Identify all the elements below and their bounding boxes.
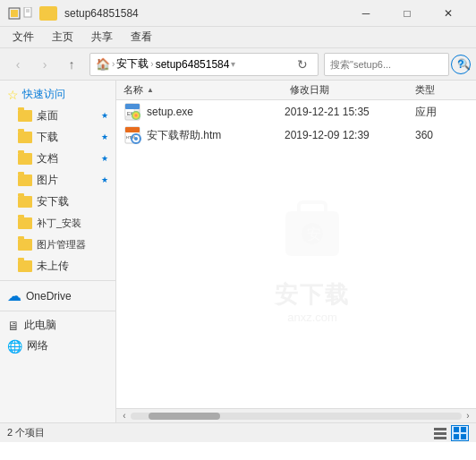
file-name-setup-exe: setup.exe — [147, 106, 279, 118]
watermark-text: 安下载 — [272, 279, 353, 311]
sidebar-item-patch[interactable]: 补丁_安装 — [0, 212, 115, 234]
pin-indicator-documents: ★ — [101, 154, 108, 163]
breadcrumb-item-parent[interactable]: 安下载 — [116, 56, 149, 72]
title-bar: setup64851584 ─ □ ✕ — [0, 0, 476, 27]
file-date-setup-exe: 2019-12-21 15:35 — [285, 106, 410, 118]
sidebar-downloads-label: 下载 — [37, 130, 58, 145]
close-button[interactable]: ✕ — [428, 0, 469, 27]
forward-button[interactable]: › — [32, 52, 57, 77]
breadcrumb-home-icon: 🏠 — [96, 57, 110, 71]
column-name[interactable]: 名称 ▲ — [123, 83, 290, 97]
view-controls — [431, 425, 469, 441]
svg-rect-22 — [454, 427, 459, 432]
file-item-setup-exe[interactable]: EXE setup.exe 2019-12-21 15:35 — [116, 100, 476, 124]
sidebar-item-pictures[interactable]: 图片 ★ — [0, 169, 115, 191]
svg-rect-15 — [125, 127, 140, 132]
menu-view[interactable]: 查看 — [122, 28, 161, 47]
svg-rect-11 — [125, 104, 140, 109]
svg-rect-21 — [434, 437, 446, 439]
menu-file[interactable]: 文件 — [4, 28, 43, 47]
scroll-thumb[interactable] — [149, 413, 220, 420]
network-icon: 🌐 — [7, 339, 22, 354]
main-area: ☆ 快速访问 桌面 ★ 下载 ★ 文档 ★ 图片 ★ 安下载 — [0, 81, 476, 422]
content-area: 名称 ▲ 修改日期 类型 安 — [116, 81, 476, 422]
column-type[interactable]: 类型 — [415, 83, 469, 97]
view-list-button[interactable] — [451, 425, 469, 441]
file-name-htm: 安下载帮助.htm — [147, 128, 279, 143]
breadcrumb-parent-label: 安下载 — [116, 56, 149, 72]
up-button[interactable]: ↑ — [59, 52, 84, 77]
help-button[interactable]: ? — [451, 55, 471, 74]
sidebar-divider-2 — [0, 311, 115, 311]
exe-file-icon: EXE — [123, 103, 141, 121]
breadcrumb-sep-2: › — [150, 59, 153, 69]
exe-icon-wrapper: EXE — [123, 103, 141, 121]
sidebar-onedrive-label: OneDrive — [26, 290, 72, 302]
title-text: setup64851584 — [64, 7, 345, 20]
file-item-htm[interactable]: HTML 安下载帮助.htm 2019-12-09 12:39 360 — [116, 124, 476, 147]
svg-rect-1 — [11, 10, 18, 17]
column-headers: 名称 ▲ 修改日期 类型 — [116, 81, 476, 100]
breadcrumb-current-label: setup64851584 — [156, 58, 230, 71]
sidebar-item-downloads[interactable]: 下载 ★ — [0, 126, 115, 148]
htm-file-icon: HTML — [123, 126, 141, 144]
status-bar: 2 个项目 — [0, 422, 476, 442]
maximize-button[interactable]: □ — [387, 0, 428, 27]
sidebar-item-documents[interactable]: 文档 ★ — [0, 148, 115, 169]
column-date[interactable]: 修改日期 — [290, 83, 415, 97]
svg-rect-24 — [454, 434, 459, 439]
htm-icon-wrapper: HTML — [123, 126, 141, 144]
sidebar-quick-access-header[interactable]: ☆ 快速访问 — [0, 84, 115, 105]
sidebar-network-label: 网络 — [27, 338, 48, 354]
menu-home[interactable]: 主页 — [43, 28, 82, 47]
svg-rect-23 — [461, 427, 466, 432]
sidebar-item-computer[interactable]: 🖥 此电脑 — [0, 315, 115, 336]
desktop-icon — [18, 109, 32, 122]
watermark-sub: anxz.com — [272, 311, 353, 324]
minimize-button[interactable]: ─ — [345, 0, 387, 27]
title-folder-icon — [39, 6, 57, 21]
svg-point-18 — [134, 137, 138, 141]
search-input[interactable] — [330, 59, 454, 70]
refresh-button[interactable]: ↻ — [293, 55, 312, 74]
sidebar: ☆ 快速访问 桌面 ★ 下载 ★ 文档 ★ 图片 ★ 安下载 — [0, 81, 116, 422]
pictures-icon — [18, 174, 32, 186]
back-button[interactable]: ‹ — [5, 52, 30, 77]
scroll-track[interactable] — [131, 413, 462, 420]
sidebar-item-network[interactable]: 🌐 网络 — [0, 336, 115, 356]
scroll-right-button[interactable]: › — [462, 410, 474, 422]
menu-share[interactable]: 共享 — [82, 28, 122, 47]
sidebar-pictures-label: 图片 — [37, 173, 58, 188]
view-details-button[interactable] — [431, 425, 449, 441]
address-bar[interactable]: 🏠 › 安下载 › setup64851584 ▾ ↻ — [89, 53, 319, 76]
sidebar-item-image-manager[interactable]: 图片管理器 — [0, 234, 115, 255]
horizontal-scrollbar[interactable]: ‹ › — [116, 408, 476, 422]
watermark-bag-icon: 安 — [272, 184, 353, 279]
breadcrumb-item-current[interactable]: setup64851584 — [156, 58, 230, 71]
watermark: 安 安下载 anxz.com — [272, 184, 353, 324]
sidebar-item-not-uploaded[interactable]: 未上传 — [0, 255, 115, 277]
toolbar: ‹ › ↑ 🏠 › 安下载 › setup64851584 ▾ ↻ 🔍 ? — [0, 48, 476, 81]
sidebar-anxiazai-label: 安下载 — [37, 194, 69, 209]
sidebar-item-anxiazai[interactable]: 安下载 — [0, 191, 115, 212]
sort-arrow-icon: ▲ — [147, 86, 154, 94]
status-item-count: 2 个项目 — [7, 426, 45, 439]
image-manager-folder-icon — [18, 238, 32, 251]
breadcrumb-item-root[interactable]: 🏠 — [96, 57, 110, 71]
onedrive-icon: ☁ — [7, 287, 21, 304]
svg-rect-6 — [299, 202, 326, 216]
page-icon — [21, 6, 36, 21]
breadcrumb-dropdown-arrow: ▾ — [231, 59, 235, 69]
window-icon — [7, 6, 21, 21]
file-date-htm: 2019-12-09 12:39 — [285, 129, 410, 141]
not-uploaded-folder-icon — [18, 260, 32, 272]
documents-icon — [18, 152, 32, 165]
pin-indicator-downloads: ★ — [101, 132, 108, 141]
downloads-icon — [18, 131, 32, 143]
file-list: 安 安下载 anxz.com EXE — [116, 100, 476, 408]
sidebar-item-onedrive[interactable]: ☁ OneDrive — [0, 285, 115, 307]
search-box[interactable]: 🔍 — [324, 53, 449, 76]
sidebar-item-desktop[interactable]: 桌面 ★ — [0, 105, 115, 126]
patch-folder-icon — [18, 217, 32, 229]
scroll-left-button[interactable]: ‹ — [118, 410, 131, 422]
